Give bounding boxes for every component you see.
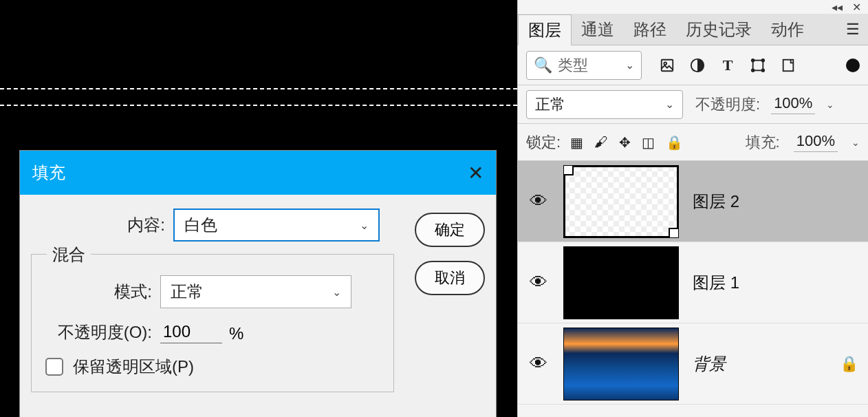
content-label: 内容: [31, 214, 165, 236]
preserve-transparency-label: 保留透明区域(P) [73, 356, 194, 378]
fill-dialog: 填充 ✕ 内容: 白色 ⌄ 混合 模式: 正常 ⌄ [19, 150, 497, 417]
tab-channels[interactable]: 通道 [572, 14, 624, 45]
layer-name[interactable]: 图层 1 [693, 272, 739, 294]
panel-menu-icon[interactable]: ☰ [838, 14, 868, 45]
filter-shape-icon[interactable] [749, 56, 767, 74]
panel-opacity-value[interactable]: 100% [771, 94, 815, 114]
dialog-right-column: 确定 取消 [415, 208, 485, 392]
svg-rect-8 [783, 59, 794, 71]
dialog-titlebar[interactable]: 填充 ✕ [20, 151, 496, 195]
fill-label: 填充: [746, 132, 780, 153]
svg-point-6 [752, 69, 755, 72]
filter-type-icon[interactable]: T [719, 56, 737, 74]
layer-row[interactable]: 👁 图层 2 [518, 161, 868, 242]
svg-point-7 [762, 69, 765, 72]
filter-smartobject-icon[interactable] [779, 56, 797, 74]
type-filter-select[interactable]: 🔍 类型 ⌄ [526, 51, 642, 80]
svg-point-4 [752, 58, 755, 61]
layer-row[interactable]: 👁 图层 1 [518, 242, 868, 323]
filter-toggle[interactable] [846, 58, 860, 72]
lock-label: 锁定: [526, 132, 561, 153]
type-filter-label: 类型 [558, 55, 588, 76]
opacity-label: 不透明度(O): [39, 321, 152, 343]
layer-thumbnail[interactable] [563, 165, 679, 238]
chevron-down-icon[interactable]: ⌄ [851, 137, 860, 148]
svg-rect-3 [753, 60, 763, 70]
dialog-left-column: 内容: 白色 ⌄ 混合 模式: 正常 ⌄ 不透明度(O): [31, 208, 394, 392]
lock-icons: ▦ 🖌 ✥ ◫ 🔒 [570, 134, 683, 151]
blend-mode-value: 正常 [535, 94, 565, 115]
fill-value[interactable]: 100% [794, 132, 838, 152]
search-icon: 🔍 [534, 56, 552, 74]
visibility-icon[interactable]: 👁 [528, 272, 550, 293]
layers-panel: ◂◂ ✕ 图层 通道 路径 历史记录 动作 ☰ 🔍 类型 ⌄ T 正常 [517, 0, 868, 417]
opacity-input[interactable] [160, 321, 222, 343]
lock-transparency-icon[interactable]: ▦ [570, 134, 583, 151]
layer-thumbnail[interactable] [563, 246, 679, 319]
panel-top-controls: ◂◂ ✕ [518, 0, 868, 14]
lock-row: 锁定: ▦ 🖌 ✥ ◫ 🔒 填充: 100% ⌄ [518, 124, 868, 161]
close-icon[interactable]: ✕ [468, 162, 484, 184]
layer-thumbnail[interactable] [563, 328, 679, 400]
lock-pixels-icon[interactable]: 🖌 [594, 134, 608, 150]
lock-position-icon[interactable]: ✥ [619, 134, 631, 151]
filter-image-icon[interactable] [658, 56, 676, 74]
preserve-transparency-checkbox[interactable] [45, 358, 63, 376]
chevron-down-icon: ⌄ [360, 219, 369, 232]
content-select[interactable]: 白色 ⌄ [173, 208, 380, 242]
lock-artboard-icon[interactable]: ◫ [642, 134, 655, 151]
chevron-down-icon[interactable]: ⌄ [826, 99, 834, 110]
filter-row: 🔍 类型 ⌄ T [518, 45, 868, 85]
lock-icon: 🔒 [840, 355, 858, 373]
dialog-body: 内容: 白色 ⌄ 混合 模式: 正常 ⌄ 不透明度(O): [20, 195, 496, 417]
mode-value: 正常 [171, 281, 204, 303]
blend-mode-select[interactable]: 正常 ⌄ [526, 90, 683, 119]
visibility-icon[interactable]: 👁 [528, 191, 550, 212]
svg-rect-0 [662, 59, 673, 71]
blend-legend: 混合 [47, 244, 91, 266]
filter-adjustment-icon[interactable] [688, 56, 706, 74]
lock-all-icon[interactable]: 🔒 [666, 134, 683, 151]
percent-label: % [229, 324, 243, 343]
panel-opacity-label: 不透明度: [695, 94, 760, 115]
ok-button[interactable]: 确定 [415, 213, 485, 247]
filter-icon-strip: T [658, 56, 797, 74]
dialog-title-text: 填充 [32, 162, 65, 184]
chevron-down-icon: ⌄ [332, 286, 341, 299]
tab-layers[interactable]: 图层 [518, 14, 572, 45]
mode-label: 模式: [39, 281, 152, 303]
close-icon[interactable]: ✕ [852, 1, 861, 14]
panel-tabs: 图层 通道 路径 历史记录 动作 ☰ [518, 14, 868, 45]
mode-select[interactable]: 正常 ⌄ [160, 275, 351, 308]
layer-row[interactable]: 👁 背景 🔒 [518, 323, 868, 405]
tab-history[interactable]: 历史记录 [676, 14, 761, 45]
layer-name[interactable]: 图层 2 [693, 191, 739, 213]
layer-list: 👁 图层 2 👁 图层 1 👁 背景 🔒 [518, 161, 868, 405]
chevron-down-icon: ⌄ [625, 58, 634, 72]
preserve-transparency-row[interactable]: 保留透明区域(P) [39, 356, 387, 378]
tab-actions[interactable]: 动作 [761, 14, 814, 45]
layer-name[interactable]: 背景 [693, 353, 726, 375]
tab-paths[interactable]: 路径 [624, 14, 676, 45]
svg-point-1 [664, 62, 666, 65]
selection-marquee [0, 88, 517, 106]
cancel-button[interactable]: 取消 [415, 261, 485, 295]
blend-row: 正常 ⌄ 不透明度: 100% ⌄ [518, 85, 868, 124]
opacity-row: 不透明度(O): % [39, 321, 387, 343]
chevron-down-icon: ⌄ [665, 98, 674, 111]
svg-point-5 [762, 58, 765, 61]
content-row: 内容: 白色 ⌄ [31, 208, 394, 242]
content-value: 白色 [184, 214, 217, 236]
collapse-icon[interactable]: ◂◂ [832, 1, 843, 14]
mode-row: 模式: 正常 ⌄ [39, 275, 387, 308]
visibility-icon[interactable]: 👁 [528, 353, 550, 374]
blend-fieldset: 混合 模式: 正常 ⌄ 不透明度(O): % [31, 254, 394, 392]
